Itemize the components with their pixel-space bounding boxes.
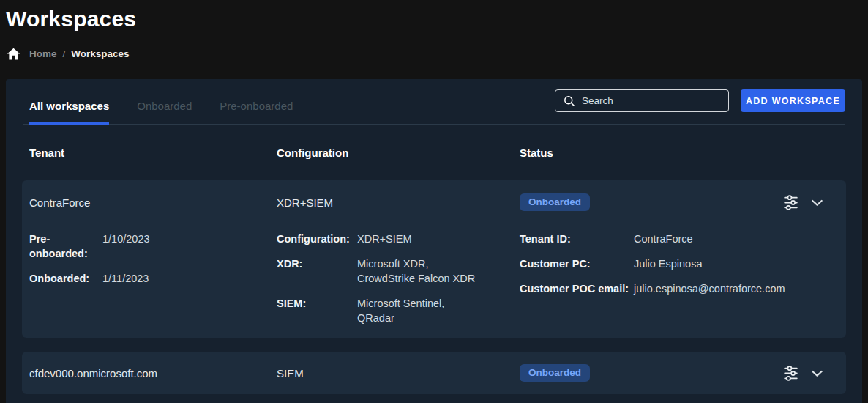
breadcrumb-separator: /: [63, 48, 66, 59]
breadcrumb: Home / Workspaces: [6, 46, 130, 62]
breadcrumb-current: Workspaces: [71, 48, 129, 59]
tab-bar: All workspaces Onboarded Pre-onboarded: [29, 100, 293, 125]
detail-value: ContraForce: [634, 232, 826, 246]
row-summary[interactable]: cfdev000.onmicrosoft.com SIEM Onboarded: [22, 352, 846, 394]
breadcrumb-home[interactable]: Home: [29, 48, 57, 59]
configuration-value: XDR+SIEM: [277, 196, 520, 209]
workspace-row: ContraForce XDR+SIEM Onboarded: [22, 180, 846, 338]
tab-onboarded[interactable]: Onboarded: [137, 100, 192, 125]
detail-label: XDR:: [277, 256, 357, 271]
detail-label: SIEM:: [277, 296, 357, 311]
settings-sliders-icon[interactable]: [782, 364, 800, 382]
settings-sliders-icon[interactable]: [782, 193, 800, 212]
detail-value: Microsoft Sentinel, QRadar: [357, 296, 520, 325]
detail-value: 1/10/2023: [102, 232, 277, 246]
tab-all-workspaces[interactable]: All workspaces: [29, 100, 109, 125]
column-header-status: Status: [520, 147, 845, 159]
detail-item: Configuration: XDR+SIEM: [277, 232, 520, 246]
detail-value: Microsoft XDR, CrowdStrike Falcon XDR: [357, 256, 520, 286]
add-workspace-button[interactable]: ADD WORKSPACE: [741, 89, 845, 112]
detail-value: julio.espinosa@contraforce.com: [634, 281, 826, 296]
detail-item: Pre-onboarded: 1/10/2023: [29, 232, 277, 261]
detail-label: Customer PC:: [520, 256, 634, 271]
tab-pre-onboarded[interactable]: Pre-onboarded: [220, 100, 293, 125]
details-configuration-column: Configuration: XDR+SIEM XDR: Microsoft X…: [277, 232, 520, 325]
detail-item: Onboarded: 1/11/2023: [29, 271, 277, 286]
table-header: Tenant Configuration Status: [23, 125, 845, 180]
detail-label: Configuration:: [277, 232, 357, 246]
status-badge: Onboarded: [520, 193, 590, 211]
search-icon: [564, 95, 575, 107]
detail-value: XDR+SIEM: [357, 232, 520, 246]
detail-item: Tenant ID: ContraForce: [520, 232, 826, 246]
detail-label: Customer POC email:: [520, 281, 634, 296]
detail-item: SIEM: Microsoft Sentinel, QRadar: [277, 296, 520, 325]
detail-item: XDR: Microsoft XDR, CrowdStrike Falcon X…: [277, 256, 520, 286]
details-dates-column: Pre-onboarded: 1/10/2023 Onboarded: 1/11…: [29, 232, 277, 286]
row-details: Pre-onboarded: 1/10/2023 Onboarded: 1/11…: [22, 224, 846, 338]
row-actions: [782, 364, 826, 382]
details-customer-column: Tenant ID: ContraForce Customer PC: Juli…: [520, 232, 826, 296]
workspaces-panel: All workspaces Onboarded Pre-onboarded A…: [6, 79, 862, 403]
tenant-name: ContraForce: [29, 196, 277, 209]
chevron-down-icon[interactable]: [808, 193, 826, 212]
detail-value: Julio Espinosa: [634, 256, 826, 271]
row-actions: [782, 193, 826, 212]
detail-value: 1/11/2023: [102, 271, 277, 286]
topbar-controls: ADD WORKSPACE: [555, 89, 845, 124]
detail-label: Tenant ID:: [520, 232, 634, 246]
column-header-configuration: Configuration: [277, 147, 520, 159]
panel-topbar: All workspaces Onboarded Pre-onboarded A…: [23, 79, 845, 125]
detail-item: Customer PC: Julio Espinosa: [520, 256, 826, 271]
workspace-row: cfdev000.onmicrosoft.com SIEM Onboarded: [22, 352, 846, 394]
workspaces-page: Workspaces Home / Workspaces All workspa…: [0, 0, 868, 403]
page-title: Workspaces: [6, 7, 136, 32]
detail-label: Pre-onboarded:: [29, 232, 102, 261]
home-icon[interactable]: [6, 46, 21, 62]
row-summary[interactable]: ContraForce XDR+SIEM Onboarded: [22, 180, 846, 224]
tenant-name: cfdev000.onmicrosoft.com: [29, 367, 277, 380]
configuration-value: SIEM: [277, 367, 520, 380]
search-box[interactable]: [555, 89, 729, 112]
search-input[interactable]: [582, 95, 720, 106]
column-header-tenant: Tenant: [29, 147, 277, 159]
status-badge: Onboarded: [520, 364, 590, 382]
detail-item: Customer POC email: julio.espinosa@contr…: [520, 281, 826, 296]
detail-label: Onboarded:: [29, 271, 102, 286]
chevron-down-icon[interactable]: [808, 364, 826, 382]
